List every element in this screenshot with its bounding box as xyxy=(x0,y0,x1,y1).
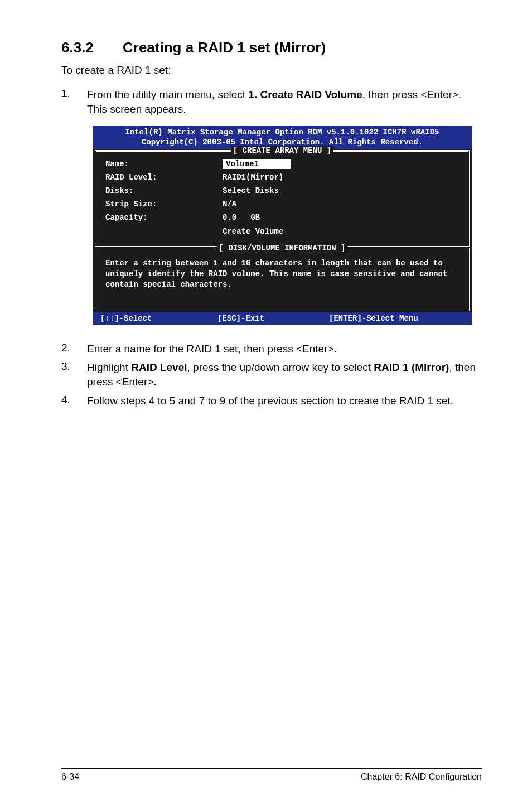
footbar-select: [↑↓]-Select xyxy=(100,313,217,323)
intro-text: To create a RAID 1 set: xyxy=(61,64,482,76)
bios-header-line1: Intel(R) Matrix Storage Manager Option R… xyxy=(93,127,472,137)
step-number: 1. xyxy=(61,88,87,116)
field-label-capacity: Capacity: xyxy=(105,212,223,223)
create-volume-action[interactable]: Create Volume xyxy=(223,226,459,236)
bios-footbar: [↑↓]-Select [ESC]-Exit [ENTER]-Select Me… xyxy=(93,312,472,325)
section-title-text: Creating a RAID 1 set (Mirror) xyxy=(123,39,326,56)
step-text: From the utility main menu, select 1. Cr… xyxy=(87,88,482,116)
field-label-strip: Strip Size: xyxy=(105,199,223,209)
section-number: 6.3.2 xyxy=(61,39,123,56)
section-heading: 6.3.2Creating a RAID 1 set (Mirror) xyxy=(61,39,482,56)
field-value-raid-level[interactable]: RAID1(Mirror) xyxy=(223,172,459,182)
bios-screenshot: Intel(R) Matrix Storage Manager Option R… xyxy=(93,126,472,325)
field-value-capacity: 0.0 GB xyxy=(223,212,459,223)
field-value-strip: N/A xyxy=(223,199,459,209)
disk-volume-info-label: [ DISK/VOLUME INFORMATION ] xyxy=(217,243,348,253)
field-label-raid-level: RAID Level: xyxy=(105,172,223,182)
step-number: 3. xyxy=(61,360,87,389)
name-input[interactable]: Volume1 xyxy=(223,159,291,169)
create-array-menu: [ CREATE ARRAY MENU ] Name: Volume1 RAID… xyxy=(95,150,470,247)
create-array-menu-label: [ CREATE ARRAY MENU ] xyxy=(231,146,333,156)
field-label-disks: Disks: xyxy=(105,186,223,196)
field-label-name: Name: xyxy=(105,159,223,169)
disk-volume-info: [ DISK/VOLUME INFORMATION ] Enter a stri… xyxy=(95,248,470,312)
step-text: Enter a name for the RAID 1 set, then pr… xyxy=(87,342,482,356)
field-value-disks[interactable]: Select Disks xyxy=(223,186,459,196)
step-text: Follow steps 4 to 5 and 7 to 9 of the pr… xyxy=(87,394,482,408)
step-number: 2. xyxy=(61,342,87,356)
disk-volume-info-text: Enter a string between 1 and 16 characte… xyxy=(105,255,459,303)
step-number: 4. xyxy=(61,394,87,408)
footbar-enter: [ENTER]-Select Menu xyxy=(329,313,464,323)
step-text: Highlight RAID Level, press the up/down … xyxy=(87,360,482,389)
footbar-esc: [ESC]-Exit xyxy=(217,313,329,323)
